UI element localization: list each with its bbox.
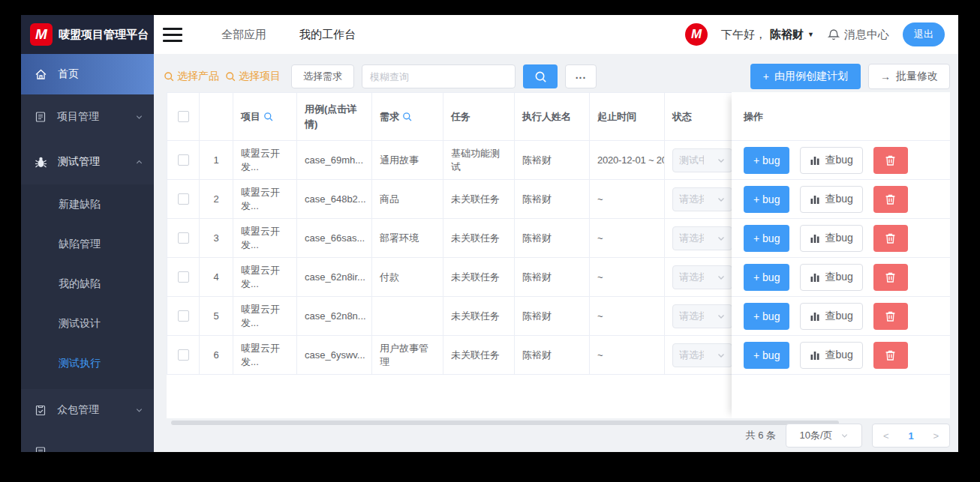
- trash-icon: [885, 193, 896, 205]
- page-size-select[interactable]: 10条/页: [786, 424, 862, 448]
- sidebar-item-crowdsourcing[interactable]: 众包管理: [21, 389, 154, 431]
- view-bug-label: 查bug: [825, 154, 852, 167]
- sidebar-item-project-mgmt[interactable]: 项目管理: [21, 94, 154, 139]
- delete-button[interactable]: [873, 147, 908, 174]
- more-filters-button[interactable]: ...: [565, 64, 597, 88]
- bar-chart-icon: [810, 350, 820, 361]
- add-bug-button[interactable]: + bug: [744, 186, 789, 213]
- view-bug-button[interactable]: 查bug: [800, 264, 862, 291]
- next-page-button[interactable]: >: [933, 430, 939, 442]
- chevron-down-icon: [135, 113, 143, 121]
- view-bug-button[interactable]: 查bug: [800, 303, 862, 330]
- row-checkbox[interactable]: [178, 154, 189, 166]
- requirement-cell: [372, 297, 443, 336]
- menu-toggle-icon[interactable]: [163, 28, 182, 42]
- status-select[interactable]: 请选择: [672, 265, 732, 289]
- project-cell: 唛盟云开发...: [233, 219, 297, 258]
- time-cell: ~: [590, 297, 665, 336]
- usecase-cell[interactable]: case_648b2...: [297, 180, 372, 219]
- username: 陈裕财: [770, 28, 804, 42]
- current-page[interactable]: 1: [908, 430, 913, 442]
- usecase-cell[interactable]: case_62n8n...: [297, 297, 372, 336]
- delete-button[interactable]: [873, 225, 908, 252]
- user-avatar[interactable]: M: [685, 23, 708, 46]
- top-nav: 全部应用 我的工作台: [221, 28, 356, 42]
- search-icon: [164, 71, 174, 82]
- status-select[interactable]: 请选择: [672, 187, 732, 211]
- horizontal-scrollbar[interactable]: [171, 421, 839, 425]
- logout-button[interactable]: 退出: [903, 22, 945, 46]
- create-plan-button[interactable]: + 由用例创建计划: [750, 64, 861, 89]
- sidebar-item-test-mgmt[interactable]: 测试管理: [21, 139, 154, 184]
- sidebar-item-home[interactable]: 首页: [21, 54, 154, 94]
- executor-cell: 陈裕财: [515, 258, 590, 297]
- usecase-cell[interactable]: case_62n8ir...: [297, 258, 372, 297]
- status-select[interactable]: 请选择: [672, 304, 732, 328]
- chevron-down-icon: [717, 195, 726, 204]
- row-checkbox[interactable]: [178, 310, 189, 322]
- trash-icon: [885, 271, 896, 283]
- batch-edit-button[interactable]: → 批量修改: [868, 64, 950, 89]
- row-index: 4: [200, 258, 233, 297]
- message-center-link[interactable]: 消息中心: [828, 28, 889, 42]
- fuzzy-search-input[interactable]: [362, 64, 516, 88]
- requirement-cell: 商品: [372, 180, 443, 219]
- task-cell: 未关联任务: [443, 297, 515, 336]
- view-bug-button[interactable]: 查bug: [800, 225, 862, 252]
- delete-button[interactable]: [873, 264, 908, 291]
- search-icon[interactable]: [263, 112, 273, 121]
- delete-button[interactable]: [873, 186, 908, 213]
- add-bug-button[interactable]: + bug: [744, 225, 789, 252]
- status-select[interactable]: 测试中: [672, 148, 732, 172]
- sidebar-item-new-defect[interactable]: 新建缺陷: [21, 184, 154, 224]
- sidebar: 首页 项目管理 测试管理 新建缺陷 缺陷管理 我的缺陷 测试设计 测试执行 众包…: [21, 54, 154, 452]
- select-project-link[interactable]: 选择项目: [225, 70, 281, 83]
- select-product-link[interactable]: 选择产品: [164, 70, 219, 83]
- row-checkbox[interactable]: [178, 271, 189, 283]
- prev-page-button[interactable]: <: [883, 430, 889, 442]
- usecase-cell[interactable]: case_6yswv...: [297, 336, 372, 375]
- chevron-down-icon: [717, 234, 726, 243]
- row-index: 6: [200, 336, 233, 375]
- row-checkbox[interactable]: [178, 232, 189, 244]
- user-greeting-dropdown[interactable]: 下午好，陈裕财 ▼: [721, 28, 814, 42]
- time-cell: ~: [590, 219, 665, 258]
- create-plan-label: 由用例创建计划: [774, 70, 848, 83]
- select-all-checkbox[interactable]: [178, 111, 189, 122]
- delete-button[interactable]: [873, 303, 908, 330]
- row-checkbox[interactable]: [178, 193, 189, 205]
- add-bug-button[interactable]: + bug: [744, 342, 789, 369]
- status-select[interactable]: 请选择: [672, 343, 732, 367]
- search-icon[interactable]: [402, 112, 412, 121]
- status-value: 请选择: [679, 271, 704, 284]
- view-bug-button[interactable]: 查bug: [800, 147, 862, 174]
- status-select[interactable]: 请选择: [672, 226, 732, 250]
- view-bug-button[interactable]: 查bug: [800, 186, 862, 213]
- view-bug-label: 查bug: [825, 193, 852, 206]
- row-index: 5: [200, 297, 233, 336]
- usecase-cell[interactable]: case_66sas...: [297, 219, 372, 258]
- bug-icon: [35, 156, 47, 169]
- pager: < 1 >: [872, 424, 950, 448]
- sidebar-item-defect-mgmt[interactable]: 缺陷管理: [21, 224, 154, 264]
- document-icon: [35, 446, 47, 452]
- search-button[interactable]: [523, 64, 558, 88]
- add-bug-button[interactable]: + bug: [744, 147, 789, 174]
- select-requirement-button[interactable]: 选择需求: [291, 64, 354, 88]
- usecase-cell[interactable]: case_69mh...: [297, 141, 372, 180]
- pagination: 共 6 条 10条/页 < 1 >: [746, 424, 950, 448]
- row-checkbox[interactable]: [178, 349, 189, 361]
- add-bug-button[interactable]: + bug: [744, 303, 789, 330]
- status-value: 请选择: [679, 193, 704, 206]
- view-bug-button[interactable]: 查bug: [800, 342, 862, 369]
- executor-cell: 陈裕财: [515, 297, 590, 336]
- add-bug-button[interactable]: + bug: [744, 264, 789, 291]
- view-bug-label: 查bug: [825, 232, 852, 245]
- sidebar-item-test-execution[interactable]: 测试执行: [21, 343, 154, 383]
- sidebar-item-partial[interactable]: [21, 431, 154, 452]
- sidebar-item-my-defects[interactable]: 我的缺陷: [21, 264, 154, 304]
- sidebar-item-test-design[interactable]: 测试设计: [21, 304, 154, 343]
- delete-button[interactable]: [873, 342, 908, 369]
- nav-my-workbench[interactable]: 我的工作台: [299, 28, 356, 42]
- nav-all-apps[interactable]: 全部应用: [221, 28, 266, 42]
